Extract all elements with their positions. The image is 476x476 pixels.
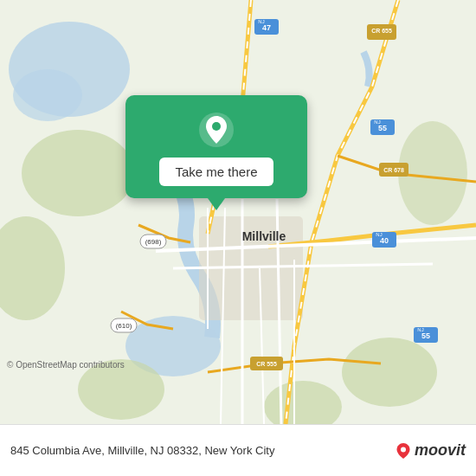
moovit-label: moovit <box>415 441 466 460</box>
bottom-bar: 845 Columbia Ave, Millville, NJ 08332, N… <box>0 424 476 476</box>
moovit-logo: moovit <box>396 441 466 460</box>
svg-point-4 <box>22 130 134 216</box>
popup-card: Take me there <box>125 95 307 198</box>
svg-text:NJ: NJ <box>258 19 264 24</box>
svg-text:(610): (610) <box>116 322 132 330</box>
take-me-there-button[interactable]: Take me there <box>159 158 273 186</box>
svg-text:NJ: NJ <box>376 232 382 237</box>
svg-point-7 <box>342 338 437 407</box>
moovit-pin-icon <box>396 443 411 459</box>
svg-text:40: 40 <box>380 236 389 245</box>
svg-point-2 <box>13 69 82 121</box>
svg-text:55: 55 <box>378 124 387 132</box>
svg-text:NJ: NJ <box>374 119 380 125</box>
svg-text:Millville: Millville <box>242 229 286 243</box>
svg-text:CR 655: CR 655 <box>371 28 392 34</box>
svg-text:CR 678: CR 678 <box>383 167 404 173</box>
svg-text:(698): (698) <box>145 238 162 246</box>
copyright-text: © OpenStreetMap contributors <box>7 360 125 370</box>
svg-point-35 <box>212 122 221 131</box>
svg-text:NJ: NJ <box>417 327 423 332</box>
svg-point-36 <box>401 447 406 452</box>
svg-text:47: 47 <box>262 23 271 32</box>
map-container: 47 NJ CR 655 55 NJ CR 678 40 NJ (698) (6… <box>0 0 476 424</box>
svg-text:55: 55 <box>421 331 430 340</box>
svg-text:CR 555: CR 555 <box>256 361 277 367</box>
location-pin-icon <box>197 111 235 149</box>
address-text: 845 Columbia Ave, Millville, NJ 08332, N… <box>10 444 396 457</box>
